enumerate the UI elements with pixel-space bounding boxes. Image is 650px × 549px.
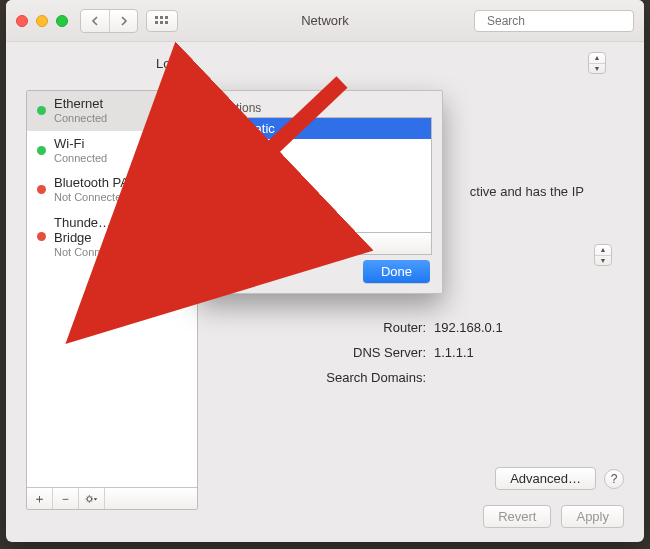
advanced-row: Advanced… ? — [495, 467, 624, 490]
svg-rect-2 — [165, 16, 168, 19]
service-name: Bluetooth PAN — [54, 176, 153, 191]
location-stepper[interactable]: ▲ ▼ — [588, 52, 606, 74]
titlebar: Network — [6, 0, 644, 42]
ethernet-icon — [161, 101, 189, 121]
location-item[interactable]: Automatic — [209, 118, 431, 139]
svg-rect-1 — [160, 16, 163, 19]
locations-toolbar: ＋ － — [208, 233, 432, 255]
row-dns: DNS Server: 1.1.1.1 — [316, 345, 503, 360]
remove-location-button[interactable]: － — [235, 233, 261, 254]
chevron-up-icon: ▲ — [595, 245, 611, 255]
back-button[interactable] — [81, 10, 109, 32]
service-status: Not Connected — [54, 191, 153, 204]
bluetooth-icon — [161, 180, 189, 200]
close-icon[interactable] — [16, 15, 28, 27]
window-controls — [16, 15, 68, 27]
svg-line-23 — [269, 241, 270, 242]
service-status: Connected — [54, 112, 153, 125]
service-wifi[interactable]: Wi-Fi Connected — [27, 131, 197, 171]
svg-rect-3 — [155, 21, 158, 24]
service-gear-button[interactable] — [79, 488, 105, 509]
location-label: Lo — [156, 56, 170, 71]
label: Search Domains: — [316, 370, 426, 385]
row-search-domains: Search Domains: — [316, 370, 503, 385]
search-field[interactable] — [474, 10, 634, 32]
locations-sheet: Locations Automatic ＋ － Done — [197, 90, 443, 294]
search-input[interactable] — [485, 13, 639, 29]
value: 1.1.1.1 — [434, 345, 474, 360]
status-dot-icon — [37, 185, 46, 194]
status-text-fragment: ctive and has the IP — [470, 184, 584, 199]
detail-rows: Router: 192.168.0.1 DNS Server: 1.1.1.1 … — [316, 320, 503, 395]
gear-icon — [85, 493, 98, 505]
svg-line-14 — [87, 496, 88, 497]
service-thunderbolt-bridge[interactable]: Thunde…lt Bridge Not Connected — [27, 210, 197, 265]
service-status: Connected — [54, 152, 153, 165]
zoom-icon[interactable] — [56, 15, 68, 27]
service-name: Thunde…lt Bridge — [54, 216, 153, 246]
config-stepper[interactable]: ▲ ▼ — [594, 244, 612, 266]
svg-rect-4 — [160, 21, 163, 24]
footer-buttons: Revert Apply — [483, 505, 624, 528]
svg-line-15 — [91, 500, 92, 501]
done-button[interactable]: Done — [363, 260, 430, 283]
content: Lo ▲ ▼ Ethernet Connected Wi-Fi — [6, 42, 644, 542]
svg-line-16 — [87, 500, 88, 501]
status-dot-icon — [37, 232, 46, 241]
help-button[interactable]: ? — [604, 469, 624, 489]
label: DNS Server: — [316, 345, 426, 360]
service-bluetooth-pan[interactable]: Bluetooth PAN Not Connected — [27, 170, 197, 210]
service-list: Ethernet Connected Wi-Fi Connected — [26, 90, 198, 510]
wifi-icon — [161, 140, 189, 160]
add-service-button[interactable]: ＋ — [27, 488, 53, 509]
service-status: Not Connected — [54, 246, 153, 259]
location-gear-button[interactable] — [261, 233, 287, 254]
svg-point-9 — [87, 496, 92, 501]
svg-line-26 — [273, 241, 274, 242]
svg-line-25 — [269, 245, 270, 246]
gear-icon — [267, 238, 280, 250]
row-router: Router: 192.168.0.1 — [316, 320, 503, 335]
label: Router: — [316, 320, 426, 335]
advanced-button[interactable]: Advanced… — [495, 467, 596, 490]
thunderbolt-icon — [161, 227, 189, 247]
locations-label: Locations — [210, 101, 261, 115]
svg-point-18 — [269, 241, 274, 246]
status-dot-icon — [37, 106, 46, 115]
chevron-down-icon: ▼ — [595, 255, 611, 266]
service-name: Ethernet — [54, 97, 153, 112]
service-name: Wi-Fi — [54, 137, 153, 152]
service-ethernet[interactable]: Ethernet Connected — [27, 91, 197, 131]
service-toolbar: ＋ － — [27, 487, 197, 509]
forward-button[interactable] — [109, 10, 137, 32]
svg-line-24 — [273, 245, 274, 246]
locations-list[interactable]: Automatic — [208, 117, 432, 233]
status-dot-icon — [37, 146, 46, 155]
apply-button[interactable]: Apply — [561, 505, 624, 528]
svg-rect-5 — [165, 21, 168, 24]
nav-segmented — [80, 9, 138, 33]
value: 192.168.0.1 — [434, 320, 503, 335]
add-location-button[interactable]: ＋ — [209, 233, 235, 254]
preferences-window: Network Lo ▲ ▼ Ethernet Connected — [6, 0, 644, 542]
minimize-icon[interactable] — [36, 15, 48, 27]
remove-service-button[interactable]: － — [53, 488, 79, 509]
svg-rect-0 — [155, 16, 158, 19]
svg-point-8 — [174, 155, 177, 158]
show-all-button[interactable] — [146, 10, 178, 32]
chevron-down-icon: ▼ — [589, 63, 605, 74]
revert-button[interactable]: Revert — [483, 505, 551, 528]
svg-line-17 — [91, 496, 92, 497]
chevron-up-icon: ▲ — [589, 53, 605, 63]
